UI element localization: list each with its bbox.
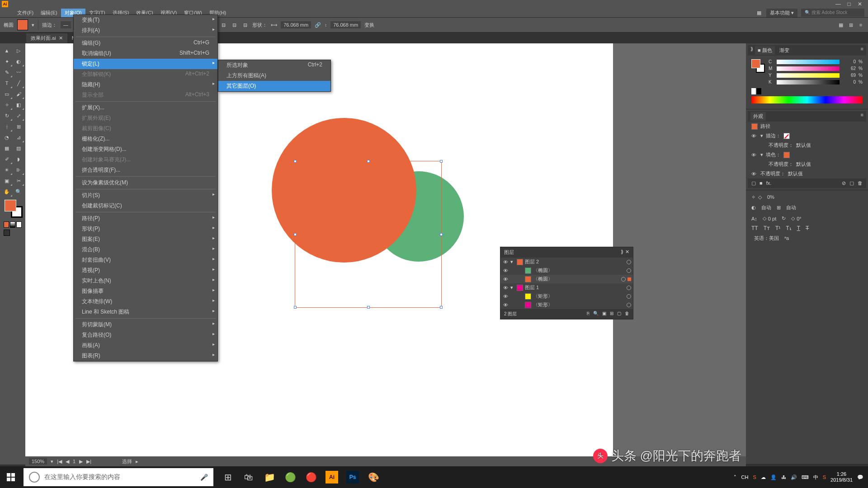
- tray-sogou2-icon[interactable]: S: [823, 474, 826, 480]
- hand-tool[interactable]: ✋: [1, 186, 13, 197]
- menu-entry[interactable]: 设为像素级优化(M): [74, 178, 217, 188]
- magic-wand-tool[interactable]: ✦: [1, 56, 13, 67]
- minimize-button[interactable]: —: [835, 1, 841, 7]
- submenu-entry[interactable]: 所选对象Ctrl+2: [218, 60, 330, 70]
- close-tab-icon[interactable]: ✕: [59, 35, 63, 41]
- panel-collapse-icon[interactable]: ⟫: [621, 249, 623, 256]
- lang-dropdown[interactable]: 英语：美国: [751, 234, 782, 243]
- paint-icon[interactable]: 🎨: [364, 468, 382, 486]
- gradient-tab[interactable]: 渐变: [777, 46, 792, 55]
- start-button[interactable]: [0, 466, 22, 488]
- antialias-dropdown[interactable]: [792, 238, 819, 239]
- panel-collapse-icon[interactable]: ⟫: [750, 46, 753, 55]
- duplicate-icon[interactable]: ▢: [849, 180, 854, 186]
- panel-menu-icon[interactable]: ≡: [861, 112, 863, 121]
- layer-row[interactable]: 👁▾图层 2: [500, 258, 633, 266]
- shaper-tool[interactable]: ✧: [1, 99, 13, 110]
- clear-icon[interactable]: ⊘: [842, 180, 846, 186]
- visibility-icon[interactable]: 👁: [502, 302, 509, 308]
- tray-up-icon[interactable]: ˄: [734, 474, 736, 480]
- trash-icon[interactable]: 🗑: [858, 180, 863, 186]
- visibility-icon[interactable]: 👁: [502, 268, 509, 273]
- menu-entry[interactable]: 编组(G)Ctrl+G: [74, 38, 217, 48]
- free-transform-tool[interactable]: ⊞: [13, 121, 24, 132]
- caps-icon[interactable]: TT: [751, 225, 758, 231]
- delete-layer-icon[interactable]: 🗑: [625, 311, 629, 317]
- nav-last-icon[interactable]: ▶|: [86, 459, 91, 465]
- menu-entry[interactable]: 栅格化(Z)...: [74, 134, 217, 144]
- target-icon[interactable]: [627, 303, 631, 307]
- selection-tool[interactable]: ▲: [1, 45, 13, 56]
- menu-entry[interactable]: 实时上色(N): [74, 276, 217, 286]
- color-spectrum[interactable]: [751, 96, 863, 103]
- width-tool[interactable]: ⟊: [1, 121, 13, 132]
- menu-entry[interactable]: 复合路径(O): [74, 330, 217, 340]
- panel-close-icon[interactable]: ✕: [625, 249, 629, 256]
- new-layer-icon[interactable]: ▢: [617, 311, 621, 317]
- width-input[interactable]: 76.068 mm: [281, 21, 311, 28]
- illustrator-taskbar-icon[interactable]: Ai: [326, 471, 338, 483]
- menu-entry[interactable]: 形状(P): [74, 224, 217, 234]
- menu-item[interactable]: 文件(F): [14, 9, 37, 17]
- maximize-button[interactable]: □: [846, 1, 852, 7]
- shape-builder-tool[interactable]: ◔: [1, 132, 13, 143]
- add-stroke-icon[interactable]: ▢: [751, 180, 756, 186]
- curvature-tool[interactable]: 〰: [13, 67, 24, 78]
- menu-entry[interactable]: 扩展(X)...: [74, 103, 217, 113]
- transform-label[interactable]: 变换: [364, 22, 374, 28]
- tray-sogou-icon[interactable]: S: [753, 474, 756, 480]
- workspace-selector[interactable]: 基本功能 ▾: [766, 9, 797, 17]
- add-effect-icon[interactable]: fx.: [766, 180, 772, 186]
- visibility-icon[interactable]: 👁: [751, 171, 758, 177]
- mesh-tool[interactable]: ▦: [1, 143, 13, 154]
- type-tool[interactable]: T: [1, 78, 13, 89]
- menubar-icon[interactable]: ▦: [755, 9, 763, 16]
- tray-network-icon[interactable]: 🖧: [781, 474, 786, 480]
- submenu-entry[interactable]: 其它图层(O): [218, 81, 330, 91]
- eyedropper-tool[interactable]: ✐: [1, 154, 13, 164]
- menu-icon[interactable]: ≡: [857, 21, 864, 28]
- eraser-tool[interactable]: ◧: [13, 99, 24, 110]
- color-tab[interactable]: ■ 颜色: [755, 46, 775, 55]
- menu-entry[interactable]: 隐藏(H): [74, 80, 217, 90]
- document-tab[interactable]: 效果封面.ai ✕: [26, 33, 67, 43]
- tray-clock[interactable]: 1:26 2019/8/31: [830, 471, 853, 483]
- menu-entry[interactable]: 封套扭曲(V): [74, 255, 217, 265]
- store-icon[interactable]: 🛍: [240, 468, 258, 486]
- panel-icon[interactable]: ⊞: [847, 21, 854, 28]
- slice-tool[interactable]: ✂: [13, 175, 24, 186]
- explorer-icon[interactable]: 📁: [260, 468, 278, 486]
- appearance-tab[interactable]: 外观: [750, 112, 766, 121]
- underline-icon[interactable]: T: [797, 225, 800, 231]
- menu-item[interactable]: 编辑(E): [37, 9, 61, 17]
- nav-prev-icon[interactable]: ◀: [66, 459, 69, 465]
- menu-entry[interactable]: 文本绕排(W): [74, 296, 217, 307]
- gradient-tool[interactable]: ▨: [13, 143, 24, 154]
- menu-entry[interactable]: 图像描摹: [74, 286, 217, 296]
- align-icon-6[interactable]: ⊟: [241, 21, 249, 28]
- windows-search[interactable]: 在这里输入你要搜索的内容 🎤: [24, 468, 213, 486]
- m-slider[interactable]: [777, 66, 840, 71]
- brush-tool[interactable]: 🖌: [13, 89, 24, 99]
- color-mode-gradient[interactable]: [10, 221, 15, 228]
- zoom-level[interactable]: 150%: [29, 458, 47, 465]
- menu-entry[interactable]: 锁定(L): [74, 59, 217, 69]
- menu-entry[interactable]: 透视(P): [74, 265, 217, 276]
- fill-swatch[interactable]: [17, 19, 28, 30]
- nav-next-icon[interactable]: ▶: [79, 459, 83, 465]
- panel-menu-icon[interactable]: ≡: [861, 46, 863, 55]
- menu-entry[interactable]: 路径(P): [74, 213, 217, 224]
- photoshop-taskbar-icon[interactable]: Ps: [346, 471, 359, 483]
- subscript-icon[interactable]: T₁: [786, 225, 791, 231]
- color-mode-solid[interactable]: [4, 221, 9, 228]
- target-icon[interactable]: [627, 268, 631, 273]
- pt-input[interactable]: ◇ 0 pt: [760, 215, 779, 222]
- strikethrough-icon[interactable]: T: [806, 225, 809, 231]
- tray-keyboard-icon[interactable]: ⌨: [802, 474, 809, 480]
- close-button[interactable]: ✕: [857, 1, 863, 7]
- tray-cloud-icon[interactable]: ☁: [761, 474, 766, 480]
- align-icon-5[interactable]: ⊟: [231, 21, 238, 28]
- nav-first-icon[interactable]: |◀: [57, 459, 62, 465]
- height-input[interactable]: 76.068 mm: [330, 21, 361, 28]
- color-mode-none[interactable]: [16, 221, 22, 228]
